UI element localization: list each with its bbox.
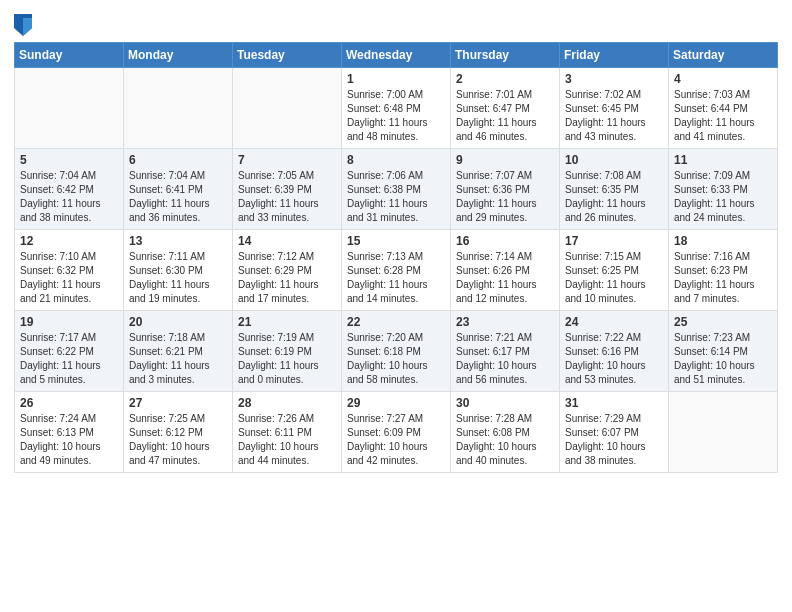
calendar-cell: 2Sunrise: 7:01 AM Sunset: 6:47 PM Daylig… xyxy=(451,68,560,149)
calendar-cell: 12Sunrise: 7:10 AM Sunset: 6:32 PM Dayli… xyxy=(15,230,124,311)
calendar-cell xyxy=(233,68,342,149)
calendar-cell: 6Sunrise: 7:04 AM Sunset: 6:41 PM Daylig… xyxy=(124,149,233,230)
page: Sunday Monday Tuesday Wednesday Thursday… xyxy=(0,0,792,612)
calendar: Sunday Monday Tuesday Wednesday Thursday… xyxy=(14,42,778,473)
day-info: Sunrise: 7:16 AM Sunset: 6:23 PM Dayligh… xyxy=(674,250,772,306)
header-saturday: Saturday xyxy=(669,43,778,68)
day-info: Sunrise: 7:17 AM Sunset: 6:22 PM Dayligh… xyxy=(20,331,118,387)
day-number: 18 xyxy=(674,234,772,248)
day-info: Sunrise: 7:18 AM Sunset: 6:21 PM Dayligh… xyxy=(129,331,227,387)
calendar-cell: 3Sunrise: 7:02 AM Sunset: 6:45 PM Daylig… xyxy=(560,68,669,149)
day-number: 23 xyxy=(456,315,554,329)
calendar-week-row: 26Sunrise: 7:24 AM Sunset: 6:13 PM Dayli… xyxy=(15,392,778,473)
day-number: 27 xyxy=(129,396,227,410)
day-number: 29 xyxy=(347,396,445,410)
day-info: Sunrise: 7:22 AM Sunset: 6:16 PM Dayligh… xyxy=(565,331,663,387)
day-info: Sunrise: 7:09 AM Sunset: 6:33 PM Dayligh… xyxy=(674,169,772,225)
svg-marker-1 xyxy=(23,18,32,36)
day-number: 1 xyxy=(347,72,445,86)
day-info: Sunrise: 7:06 AM Sunset: 6:38 PM Dayligh… xyxy=(347,169,445,225)
calendar-cell: 30Sunrise: 7:28 AM Sunset: 6:08 PM Dayli… xyxy=(451,392,560,473)
day-number: 15 xyxy=(347,234,445,248)
calendar-cell: 11Sunrise: 7:09 AM Sunset: 6:33 PM Dayli… xyxy=(669,149,778,230)
day-number: 8 xyxy=(347,153,445,167)
day-info: Sunrise: 7:28 AM Sunset: 6:08 PM Dayligh… xyxy=(456,412,554,468)
day-number: 5 xyxy=(20,153,118,167)
calendar-cell: 13Sunrise: 7:11 AM Sunset: 6:30 PM Dayli… xyxy=(124,230,233,311)
header-tuesday: Tuesday xyxy=(233,43,342,68)
calendar-cell: 1Sunrise: 7:00 AM Sunset: 6:48 PM Daylig… xyxy=(342,68,451,149)
calendar-cell xyxy=(15,68,124,149)
header-wednesday: Wednesday xyxy=(342,43,451,68)
calendar-cell: 19Sunrise: 7:17 AM Sunset: 6:22 PM Dayli… xyxy=(15,311,124,392)
calendar-cell: 14Sunrise: 7:12 AM Sunset: 6:29 PM Dayli… xyxy=(233,230,342,311)
day-info: Sunrise: 7:10 AM Sunset: 6:32 PM Dayligh… xyxy=(20,250,118,306)
day-number: 2 xyxy=(456,72,554,86)
calendar-cell: 17Sunrise: 7:15 AM Sunset: 6:25 PM Dayli… xyxy=(560,230,669,311)
day-number: 22 xyxy=(347,315,445,329)
day-info: Sunrise: 7:20 AM Sunset: 6:18 PM Dayligh… xyxy=(347,331,445,387)
calendar-cell: 5Sunrise: 7:04 AM Sunset: 6:42 PM Daylig… xyxy=(15,149,124,230)
day-number: 11 xyxy=(674,153,772,167)
day-info: Sunrise: 7:13 AM Sunset: 6:28 PM Dayligh… xyxy=(347,250,445,306)
calendar-cell: 20Sunrise: 7:18 AM Sunset: 6:21 PM Dayli… xyxy=(124,311,233,392)
day-info: Sunrise: 7:24 AM Sunset: 6:13 PM Dayligh… xyxy=(20,412,118,468)
day-number: 4 xyxy=(674,72,772,86)
calendar-cell: 31Sunrise: 7:29 AM Sunset: 6:07 PM Dayli… xyxy=(560,392,669,473)
calendar-cell: 7Sunrise: 7:05 AM Sunset: 6:39 PM Daylig… xyxy=(233,149,342,230)
day-number: 3 xyxy=(565,72,663,86)
calendar-cell: 15Sunrise: 7:13 AM Sunset: 6:28 PM Dayli… xyxy=(342,230,451,311)
day-number: 31 xyxy=(565,396,663,410)
calendar-week-row: 1Sunrise: 7:00 AM Sunset: 6:48 PM Daylig… xyxy=(15,68,778,149)
day-info: Sunrise: 7:15 AM Sunset: 6:25 PM Dayligh… xyxy=(565,250,663,306)
calendar-cell: 24Sunrise: 7:22 AM Sunset: 6:16 PM Dayli… xyxy=(560,311,669,392)
day-info: Sunrise: 7:04 AM Sunset: 6:42 PM Dayligh… xyxy=(20,169,118,225)
calendar-cell xyxy=(124,68,233,149)
day-info: Sunrise: 7:02 AM Sunset: 6:45 PM Dayligh… xyxy=(565,88,663,144)
day-number: 19 xyxy=(20,315,118,329)
header-area xyxy=(14,10,778,36)
calendar-cell: 10Sunrise: 7:08 AM Sunset: 6:35 PM Dayli… xyxy=(560,149,669,230)
calendar-cell xyxy=(669,392,778,473)
day-number: 26 xyxy=(20,396,118,410)
day-info: Sunrise: 7:11 AM Sunset: 6:30 PM Dayligh… xyxy=(129,250,227,306)
calendar-cell: 25Sunrise: 7:23 AM Sunset: 6:14 PM Dayli… xyxy=(669,311,778,392)
day-number: 17 xyxy=(565,234,663,248)
day-info: Sunrise: 7:12 AM Sunset: 6:29 PM Dayligh… xyxy=(238,250,336,306)
day-number: 28 xyxy=(238,396,336,410)
day-number: 21 xyxy=(238,315,336,329)
day-info: Sunrise: 7:08 AM Sunset: 6:35 PM Dayligh… xyxy=(565,169,663,225)
day-number: 7 xyxy=(238,153,336,167)
day-number: 20 xyxy=(129,315,227,329)
day-number: 10 xyxy=(565,153,663,167)
day-number: 25 xyxy=(674,315,772,329)
calendar-week-row: 12Sunrise: 7:10 AM Sunset: 6:32 PM Dayli… xyxy=(15,230,778,311)
day-number: 30 xyxy=(456,396,554,410)
calendar-cell: 4Sunrise: 7:03 AM Sunset: 6:44 PM Daylig… xyxy=(669,68,778,149)
calendar-cell: 18Sunrise: 7:16 AM Sunset: 6:23 PM Dayli… xyxy=(669,230,778,311)
day-number: 14 xyxy=(238,234,336,248)
calendar-cell: 8Sunrise: 7:06 AM Sunset: 6:38 PM Daylig… xyxy=(342,149,451,230)
calendar-cell: 28Sunrise: 7:26 AM Sunset: 6:11 PM Dayli… xyxy=(233,392,342,473)
calendar-week-row: 19Sunrise: 7:17 AM Sunset: 6:22 PM Dayli… xyxy=(15,311,778,392)
calendar-cell: 16Sunrise: 7:14 AM Sunset: 6:26 PM Dayli… xyxy=(451,230,560,311)
calendar-cell: 22Sunrise: 7:20 AM Sunset: 6:18 PM Dayli… xyxy=(342,311,451,392)
day-info: Sunrise: 7:14 AM Sunset: 6:26 PM Dayligh… xyxy=(456,250,554,306)
day-info: Sunrise: 7:21 AM Sunset: 6:17 PM Dayligh… xyxy=(456,331,554,387)
calendar-cell: 27Sunrise: 7:25 AM Sunset: 6:12 PM Dayli… xyxy=(124,392,233,473)
day-info: Sunrise: 7:01 AM Sunset: 6:47 PM Dayligh… xyxy=(456,88,554,144)
day-number: 9 xyxy=(456,153,554,167)
day-number: 6 xyxy=(129,153,227,167)
day-info: Sunrise: 7:26 AM Sunset: 6:11 PM Dayligh… xyxy=(238,412,336,468)
day-info: Sunrise: 7:00 AM Sunset: 6:48 PM Dayligh… xyxy=(347,88,445,144)
logo-icon xyxy=(14,14,32,36)
header-monday: Monday xyxy=(124,43,233,68)
header-sunday: Sunday xyxy=(15,43,124,68)
weekday-header-row: Sunday Monday Tuesday Wednesday Thursday… xyxy=(15,43,778,68)
day-number: 13 xyxy=(129,234,227,248)
header-thursday: Thursday xyxy=(451,43,560,68)
calendar-cell: 23Sunrise: 7:21 AM Sunset: 6:17 PM Dayli… xyxy=(451,311,560,392)
day-number: 12 xyxy=(20,234,118,248)
day-info: Sunrise: 7:05 AM Sunset: 6:39 PM Dayligh… xyxy=(238,169,336,225)
calendar-cell: 9Sunrise: 7:07 AM Sunset: 6:36 PM Daylig… xyxy=(451,149,560,230)
